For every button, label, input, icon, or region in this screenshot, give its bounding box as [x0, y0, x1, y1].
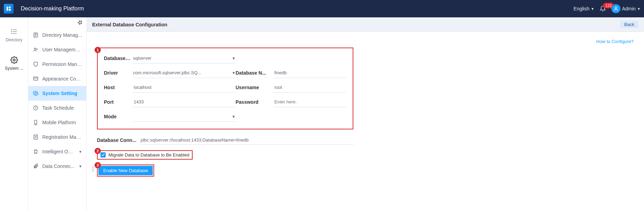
sidebar-item-mobile-platform[interactable]: Mobile Platform: [28, 115, 86, 130]
step-badge-2: 2: [95, 148, 101, 154]
app-title: Decision-making Platform: [21, 6, 84, 12]
password-input[interactable]: [274, 97, 346, 107]
svg-rect-14: [34, 77, 38, 80]
step-badge-3: 3: [95, 162, 101, 168]
chevron-down-icon: ▼: [232, 115, 236, 119]
avatar: [611, 4, 620, 13]
sidebar-item-permission-management[interactable]: Permission Mana...: [28, 57, 86, 71]
language-label: English: [574, 6, 590, 11]
sidebar-item-label: Directory Manag...: [42, 32, 82, 38]
user-icon: [613, 6, 619, 11]
mobile-icon: [33, 119, 39, 126]
chevron-down-icon: ▼: [79, 150, 82, 154]
chevron-down-icon: ▼: [79, 164, 82, 168]
dbname-input[interactable]: [274, 68, 346, 78]
port-input[interactable]: [133, 97, 236, 107]
migrate-checkbox[interactable]: [100, 152, 106, 158]
sidebar-item-directory-management[interactable]: Directory Manag...: [28, 28, 86, 42]
sidebar-item-data-connection[interactable]: Data Connec... ▼: [28, 159, 86, 173]
drag-handle-icon: ⠿⠿: [91, 167, 94, 172]
svg-rect-23: [34, 150, 37, 153]
db-type-label: Database T...: [104, 56, 133, 61]
sidebar-item-label: Appearance Conf...: [42, 76, 82, 82]
chevron-down-icon: ▼: [637, 7, 641, 11]
file-icon: [33, 32, 39, 38]
app-logo: [0, 0, 17, 17]
gear-icon: [10, 56, 18, 64]
chevron-down-icon: ▼: [591, 7, 594, 11]
sidebar-item-label: Task Schedule: [42, 105, 82, 111]
enable-section: 3 ⠿⠿ Enable New Database: [97, 164, 154, 177]
help-link[interactable]: How to Configure?: [97, 39, 634, 44]
sidebar-item-label: Mobile Platform: [42, 120, 82, 125]
svg-point-6: [11, 33, 12, 34]
chevron-down-icon: ▼: [232, 71, 236, 75]
db-type-select[interactable]: sqlserver ▼: [133, 53, 236, 63]
list-icon: [10, 28, 18, 35]
driver-select[interactable]: com.microsoft.sqlserver.jdbc.SQ... ▼: [133, 68, 236, 78]
sidebar-item-registration-management[interactable]: Registration Man...: [28, 130, 86, 144]
sidebar-item-label: User Management: [42, 47, 82, 52]
shield-icon: [33, 61, 39, 67]
page-title: External Database Configuration: [92, 22, 167, 27]
sidebar-item-label: System Setting: [42, 91, 82, 96]
database-form-section: 1 Database T... sqlserver ▼ Driver: [97, 48, 353, 129]
sidebar-item-system-setting[interactable]: System Setting: [28, 86, 86, 101]
logo-icon: [4, 4, 14, 14]
leftbar-label: System ...: [5, 66, 23, 71]
svg-point-4: [11, 29, 12, 30]
password-label: Password: [236, 99, 274, 105]
attachment-icon: [33, 163, 39, 169]
sidebar-item-appearance-config[interactable]: Appearance Conf...: [28, 71, 86, 86]
migrate-section: 2 Migrate Data to Database to Be Enabled: [97, 150, 193, 160]
sidebar-item-label: Intelligent O&M: [42, 149, 75, 154]
username-label: Username: [236, 85, 274, 90]
enable-new-database-button[interactable]: Enable New Database: [98, 166, 153, 175]
pin-icon[interactable]: [77, 20, 83, 25]
clock-icon: [33, 105, 39, 111]
leftbar-label: Directory: [6, 37, 22, 42]
check-icon: [101, 153, 105, 157]
svg-point-5: [11, 31, 12, 32]
svg-point-19: [35, 124, 36, 124]
chevron-down-icon: ▼: [232, 56, 236, 60]
back-button[interactable]: Back: [620, 21, 638, 28]
sidebar-item-user-management[interactable]: User Management: [28, 42, 86, 57]
user-menu[interactable]: Admin ▼: [611, 4, 641, 13]
leftbar-item-directory[interactable]: Directory: [0, 28, 28, 42]
svg-point-13: [36, 49, 37, 50]
host-input[interactable]: [133, 82, 236, 93]
host-label: Host: [104, 85, 133, 90]
leftbar-item-system[interactable]: System ...: [0, 56, 28, 71]
sidebar-item-label: Permission Mana...: [42, 61, 82, 67]
mode-select[interactable]: ▼: [133, 111, 236, 122]
svg-point-0: [615, 7, 617, 9]
migrate-label: Migrate Data to Database to Be Enabled: [108, 152, 189, 158]
svg-point-7: [13, 59, 15, 61]
gear-icon: [33, 90, 39, 96]
sidebar-item-label: Data Connec...: [42, 163, 75, 169]
port-label: Port: [104, 99, 133, 105]
connection-url-value: jdbc:sqlserver://localhost:1433;Database…: [141, 136, 353, 145]
users-icon: [33, 46, 39, 53]
sidebar-item-task-schedule[interactable]: Task Schedule: [28, 101, 86, 115]
step-badge-1: 1: [95, 47, 101, 53]
username-input[interactable]: [274, 82, 346, 93]
sidebar-item-intelligent-om[interactable]: Intelligent O&M ▼: [28, 144, 86, 159]
appearance-icon: [33, 76, 39, 82]
connection-url-label: Database Conn...: [97, 137, 141, 143]
chip-icon: [33, 149, 39, 155]
sidebar-item-label: Registration Man...: [42, 134, 82, 140]
user-label: Admin: [622, 6, 636, 11]
notifications-button[interactable]: 122: [600, 6, 606, 12]
file-text-icon: [33, 134, 39, 140]
dbname-label: Database N...: [236, 70, 274, 76]
mode-label: Mode: [104, 114, 133, 119]
svg-point-12: [34, 48, 36, 49]
language-selector[interactable]: English ▼: [574, 6, 594, 11]
svg-point-16: [35, 93, 36, 94]
driver-label: Driver: [104, 70, 133, 76]
